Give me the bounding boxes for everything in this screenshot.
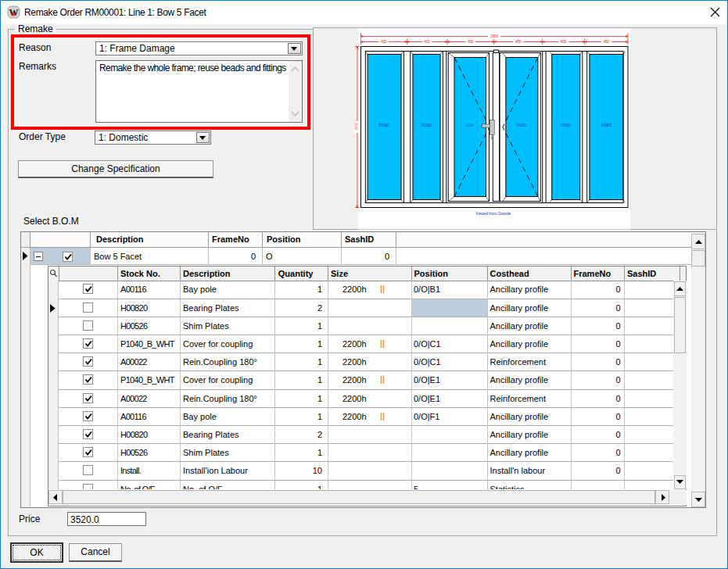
svg-text:2600: 2600	[490, 34, 498, 38]
svg-text:FIXED: FIXED	[601, 123, 611, 127]
svg-text:450: 450	[381, 40, 387, 44]
svg-text:450: 450	[468, 40, 474, 44]
svg-text:ROSIn: ROSIn	[517, 123, 528, 127]
svg-text:FIXED: FIXED	[379, 123, 389, 127]
svg-text:450: 450	[515, 40, 522, 44]
svg-text:400: 400	[561, 40, 567, 44]
svg-text:Viewed from Outside: Viewed from Outside	[475, 212, 511, 216]
svg-text:FIXED: FIXED	[561, 123, 571, 127]
svg-text:400: 400	[425, 40, 431, 44]
svg-text:FIXED: FIXED	[421, 123, 432, 127]
svg-text:450: 450	[604, 40, 610, 44]
svg-text:LOIn: LOIn	[467, 123, 475, 127]
svg-text:2200: 2200	[354, 122, 358, 131]
